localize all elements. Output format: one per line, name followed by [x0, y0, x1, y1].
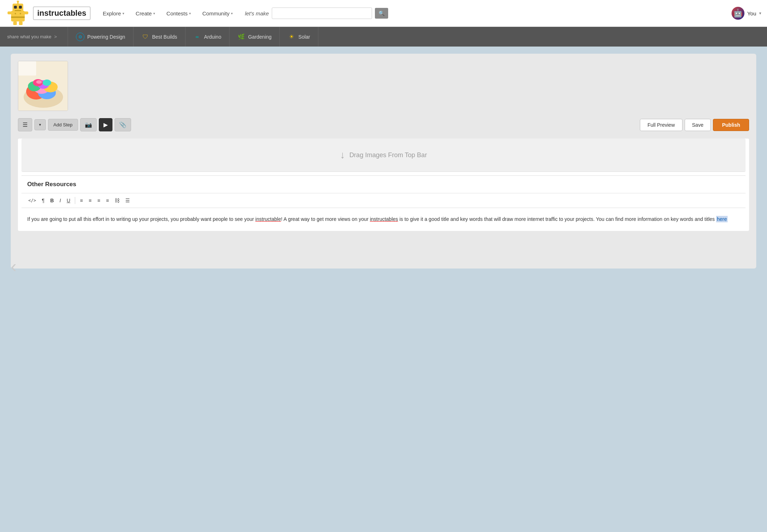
save-button[interactable]: Save: [685, 119, 711, 131]
rte-outdent-button[interactable]: ≡: [95, 196, 103, 205]
body-text-part-2: ! A great way to get more views on your: [281, 216, 370, 222]
search-input[interactable]: [272, 8, 372, 19]
svg-point-23: [43, 79, 51, 86]
unordered-list-icon: ≡: [80, 198, 83, 203]
svg-rect-10: [24, 11, 28, 14]
user-name-label: You: [747, 10, 756, 16]
gardening-icon: 🌿: [237, 33, 245, 41]
subnav-solar[interactable]: ☀ Solar: [280, 27, 318, 47]
rte-divider-1: [75, 197, 75, 204]
dodge-icon: 🛡: [141, 33, 149, 41]
rte-ordered-list-button[interactable]: ≡: [86, 196, 94, 205]
paragraph-icon: ¶: [42, 198, 45, 203]
project-thumbnail[interactable]: [18, 61, 68, 111]
outdent-icon: ≡: [97, 198, 100, 203]
rte-unordered-list-button[interactable]: ≡: [77, 196, 85, 205]
search-button[interactable]: 🔍: [375, 8, 388, 19]
search-area: let's make 🔍: [245, 8, 724, 19]
subnav-powering-design[interactable]: ⊙ Powering Design: [68, 27, 134, 47]
italic-icon: I: [59, 198, 61, 203]
subnav-arduino[interactable]: ∞ Arduino: [185, 27, 230, 47]
svg-rect-25: [18, 61, 36, 76]
image-row: [18, 61, 749, 111]
dropdown-arrow-icon: ▾: [39, 122, 41, 127]
link-icon: ⛓: [115, 198, 120, 203]
svg-rect-9: [8, 11, 12, 14]
user-menu[interactable]: 🤖 You ▾: [732, 7, 761, 20]
explore-chevron-icon: ▾: [122, 11, 124, 15]
rte-bold-button[interactable]: B: [48, 196, 56, 205]
camera-button[interactable]: 📷: [80, 118, 97, 131]
community-chevron-icon: ▾: [231, 11, 233, 15]
add-step-button[interactable]: Add Step: [48, 119, 78, 131]
svg-rect-11: [11, 16, 25, 18]
nav-explore[interactable]: Explore ▾: [98, 8, 129, 19]
dell-icon: ⊙: [76, 33, 85, 41]
here-link[interactable]: here: [716, 216, 728, 222]
full-preview-button[interactable]: Full Preview: [640, 119, 682, 131]
video-button[interactable]: ▶: [99, 118, 112, 131]
avatar: 🤖: [732, 7, 744, 20]
back-arrow-button[interactable]: ‹: [11, 256, 16, 276]
site-logo-text[interactable]: instructables: [33, 6, 91, 20]
justify-icon: ☰: [125, 198, 130, 203]
list-icon: ☰: [23, 121, 28, 128]
rte-link-button[interactable]: ⛓: [112, 196, 122, 205]
avatar-icon: 🤖: [733, 9, 743, 18]
rte-paragraph-button[interactable]: ¶: [39, 196, 47, 205]
underline-icon: U: [67, 198, 70, 203]
rte-italic-button[interactable]: I: [57, 196, 63, 205]
share-text: share what you make >: [7, 34, 57, 39]
nav-create[interactable]: Create ▾: [131, 8, 160, 19]
nav-community[interactable]: Community ▾: [197, 8, 238, 19]
body-text-instructables-link: instructables: [370, 216, 398, 222]
nav-contests[interactable]: Contests ▾: [161, 8, 196, 19]
sub-navigation: share what you make > ⊙ Powering Design …: [0, 27, 767, 47]
drag-zone-label: Drag Images From Top Bar: [349, 151, 427, 159]
svg-point-13: [20, 13, 21, 14]
create-chevron-icon: ▾: [153, 11, 155, 15]
camera-icon: 📷: [85, 121, 92, 128]
svg-rect-2: [14, 6, 17, 9]
dropdown-arrow-button[interactable]: ▾: [34, 119, 46, 130]
rte-justify-button[interactable]: ☰: [123, 196, 132, 205]
svg-point-6: [17, 1, 19, 3]
subnav-best-builds[interactable]: 🛡 Best Builds: [134, 27, 185, 47]
body-text-part-1: If you are going to put all this effort …: [27, 216, 255, 222]
ordered-list-icon: ≡: [89, 198, 92, 203]
arduino-icon: ∞: [193, 33, 201, 41]
svg-rect-7: [13, 21, 17, 25]
attachment-button[interactable]: 📎: [115, 118, 131, 131]
section-title: Other Resources: [21, 175, 746, 193]
svg-rect-4: [15, 10, 21, 11]
bold-icon: B: [50, 198, 54, 203]
body-text-part-3: is to give it a good title and key words…: [398, 216, 716, 222]
text-content-area[interactable]: If you are going to put all this effort …: [21, 208, 746, 231]
paperclip-icon: 📎: [119, 121, 126, 128]
svg-rect-8: [19, 21, 23, 25]
main-nav-links: Explore ▾ Create ▾ Contests ▾ Community …: [98, 8, 238, 19]
video-icon: ▶: [103, 121, 108, 128]
svg-rect-0: [11, 11, 25, 21]
main-wrapper: ☰ ▾ Add Step 📷 ▶ 📎 Full Preview Sav: [0, 47, 767, 276]
logo-robot-icon: [6, 1, 31, 26]
editor-content: ↓ Drag Images From Top Bar Other Resourc…: [18, 139, 749, 231]
publish-button[interactable]: Publish: [713, 119, 749, 131]
contests-chevron-icon: ▾: [189, 11, 191, 15]
code-icon: </>: [28, 198, 36, 203]
drag-down-arrow-icon: ↓: [340, 149, 345, 161]
logo-area[interactable]: instructables: [6, 1, 91, 26]
top-navigation: instructables Explore ▾ Create ▾ Contest…: [0, 0, 767, 27]
drag-image-zone[interactable]: ↓ Drag Images From Top Bar: [21, 139, 746, 172]
rte-underline-button[interactable]: U: [64, 196, 73, 205]
body-text-instructable-link: instructable: [255, 216, 281, 222]
indent-icon: ≡: [106, 198, 109, 203]
svg-rect-3: [19, 6, 22, 9]
add-step-label: Add Step: [53, 122, 73, 127]
editor-toolbar: ☰ ▾ Add Step 📷 ▶ 📎 Full Preview Sav: [18, 118, 749, 131]
rte-toolbar: </> ¶ B I U ≡ ≡: [21, 193, 746, 208]
subnav-gardening[interactable]: 🌿 Gardening: [230, 27, 280, 47]
rte-indent-button[interactable]: ≡: [103, 196, 111, 205]
rte-code-button[interactable]: </>: [26, 197, 39, 204]
list-icon-button[interactable]: ☰: [18, 118, 32, 131]
